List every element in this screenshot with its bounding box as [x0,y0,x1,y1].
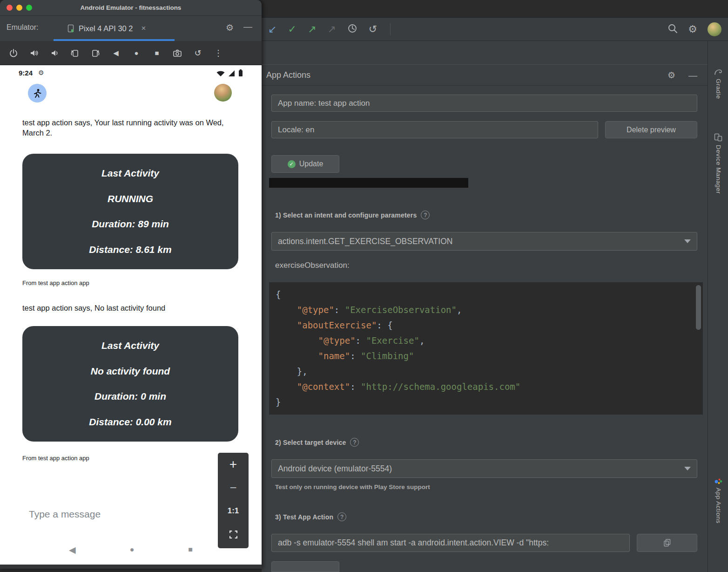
user-avatar[interactable] [708,22,721,36]
panel-minimize-icon[interactable]: — [688,71,697,80]
nav-overview-icon[interactable]: ■ [188,545,193,554]
settings-gear-icon[interactable]: ⚙ [688,24,697,34]
device-status-bar: 9:24 ⚙ [0,68,262,80]
update-button[interactable]: ✓ Update [271,155,339,173]
locale-field[interactable]: Locale: en [271,121,598,138]
zoom-in-button[interactable]: + [218,453,249,476]
card-line: RUNNING [27,193,234,204]
card-title: Last Activity [27,168,234,179]
zoom-controls: + − 1:1 [218,453,249,548]
zoom-out-button[interactable]: − [218,476,249,499]
emulator-settings-gear-icon[interactable]: ⚙ [226,22,234,33]
section-device-label: 2) Select target device [275,439,346,446]
back-icon[interactable]: ◀ [108,45,124,61]
activity-card: Last Activity RUNNING Duration: 89 min D… [22,154,238,269]
disabled-arrow-icon: ↗ [327,24,336,34]
device-dropdown-value: Android device (emulator-5554) [278,464,392,474]
card-line: Duration: 89 min [27,218,234,230]
tab-pixel-4[interactable]: Pixel 4 API 30 2 × [54,16,175,41]
section-intent-label: 1) Select an intent and configure parame… [275,211,417,219]
json-code: { "@type": "ExerciseObservation", "about… [276,287,703,410]
battery-icon [238,69,243,77]
emulator-label: Emulator: [7,23,38,32]
app-name-field[interactable]: App name: test app action [271,95,697,112]
panel-gear-icon[interactable]: ⚙ [667,71,675,80]
card-caption: From test app action app [22,455,89,462]
intent-dropdown-value: actions.intent.GET_EXERCISE_OBSERVATION [278,237,452,246]
app-actions-panel-header: App Actions ⚙ — [262,64,708,86]
studio-title-strip [262,0,728,18]
close-icon[interactable]: × [142,24,146,33]
editor-scrollbar[interactable] [696,285,701,330]
camera-icon[interactable] [169,45,185,61]
signal-icon [228,70,235,77]
nav-home-icon[interactable]: ● [130,545,135,554]
copy-icon [664,539,671,547]
status-gear-icon: ⚙ [38,69,44,76]
history-clock-icon[interactable] [347,23,357,35]
sidebar-item-label: Device Manager [715,145,722,194]
emulator-tab-bar: Emulator: Pixel 4 API 30 2 × ⚙ — [0,16,262,41]
card-caption: From test app action app [22,279,89,286]
power-icon[interactable] [6,45,21,61]
status-time: 9:24 [19,69,33,77]
sidebar-item-app-actions[interactable]: App Actions [708,478,728,524]
card-line: Duration: 0 min [27,391,234,402]
device-manager-icon [714,133,722,142]
overview-icon[interactable]: ■ [149,45,165,61]
help-icon[interactable]: ? [350,438,359,447]
runner-icon [32,88,42,98]
panel-title: App Actions [266,70,310,80]
emulator-titlebar: Android Emulator - fitnessactions [0,0,262,16]
window-title: Android Emulator - fitnessactions [0,4,262,11]
chevron-down-icon [684,467,691,470]
card-line: No activity found [27,366,234,377]
json-parameter-editor[interactable]: { "@type": "ExerciseObservation", "about… [269,282,703,415]
activity-card: Last Activity No activity found Duration… [22,326,238,442]
delete-preview-button[interactable]: Delete preview [605,121,697,138]
help-icon[interactable]: ? [421,211,430,219]
device-hint-text: Test only on running device with Play St… [275,483,430,490]
chevron-down-icon [684,239,691,243]
sidebar-item-label: App Actions [715,488,722,524]
parameter-label: exerciseObservation: [275,261,350,270]
help-icon[interactable]: ? [337,512,346,521]
tool-window-strip: Gradle Device Manager App Actions [708,41,728,572]
gradle-icon [714,69,722,75]
screen: ↙ ✓ ↗ ↗ ↺ ⚙ App Actions [0,0,728,572]
emulator-minimize-icon[interactable]: — [243,21,252,32]
adb-command-field[interactable]: adb -s emulator-5554 shell am start -a a… [271,534,630,552]
more-icon[interactable]: ⋮ [210,45,226,61]
rotate-left-icon[interactable] [67,45,83,61]
section-intent: 1) Select an intent and configure parame… [275,211,430,219]
device-dropdown[interactable]: Android device (emulator-5554) [271,459,697,478]
undo-icon[interactable]: ↺ [369,24,377,34]
assistant-avatar [28,84,47,102]
chat-message: test app action says, Your last running … [22,117,231,138]
volume-up-icon[interactable] [26,45,42,61]
push-arrow-icon[interactable]: ↗ [308,24,316,34]
app-actions-icon [714,478,722,484]
redacted-status-text [269,178,468,188]
sidebar-item-gradle[interactable]: Gradle [708,69,728,99]
card-line: Distance: 8.61 km [27,244,234,255]
zoom-ratio-button[interactable]: 1:1 [218,499,249,523]
studio-main-toolbar: ↙ ✓ ↗ ↗ ↺ ⚙ [262,18,728,41]
intent-dropdown[interactable]: actions.intent.GET_EXERCISE_OBSERVATION [271,232,697,251]
commit-check-icon[interactable]: ✓ [288,24,296,34]
search-icon[interactable] [667,23,678,35]
update-check-icon: ✓ [288,160,296,168]
sidebar-item-device-manager[interactable]: Device Manager [708,133,728,194]
user-profile-avatar[interactable] [214,84,232,102]
home-icon[interactable]: ● [128,45,144,61]
copy-command-button[interactable] [637,534,697,552]
section-test-label: 3) Test App Action [275,513,333,521]
card-line: Distance: 0.00 km [27,416,234,428]
nav-back-icon[interactable]: ◀ [69,545,76,555]
snapshot-icon[interactable]: ↺ [190,45,206,61]
volume-down-icon[interactable] [47,45,62,61]
message-input[interactable]: Type a message [29,509,101,520]
run-to-cursor-icon[interactable]: ↙ [268,24,276,34]
rotate-right-icon[interactable] [88,45,103,61]
run-app-action-button-partial[interactable] [271,561,339,572]
